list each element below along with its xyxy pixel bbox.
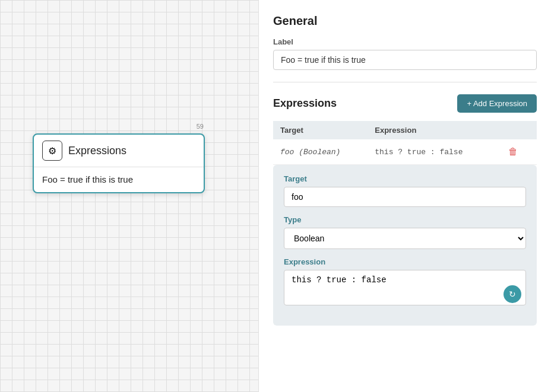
expressions-header: Expressions + Add Expression: [273, 94, 537, 113]
right-panel: General Label Expressions + Add Expressi…: [258, 0, 551, 392]
node-number: 59: [197, 123, 204, 130]
target-edit-input[interactable]: [284, 187, 526, 207]
node-icon: ⚙: [42, 141, 62, 161]
col-expression: Expression: [368, 121, 498, 139]
add-expression-button[interactable]: + Add Expression: [457, 94, 537, 113]
expression-textarea[interactable]: [284, 270, 526, 305]
expression-edit-label: Expression: [284, 257, 526, 266]
cell-delete: 🗑: [498, 139, 537, 165]
divider: [273, 82, 537, 82]
type-select[interactable]: BooleanStringNumberObject: [284, 228, 526, 249]
expressions-table: Target Expression foo (Boolean) this ? t…: [273, 121, 537, 165]
edit-form: Target Type BooleanStringNumberObject Ex…: [273, 165, 537, 326]
expression-section: Expression ↻: [284, 257, 526, 308]
type-section: Type BooleanStringNumberObject: [284, 215, 526, 249]
node-card[interactable]: 59 ⚙ Expressions Foo = true if this is t…: [33, 133, 205, 193]
node-title: Expressions: [68, 145, 126, 157]
cell-target: foo (Boolean): [273, 139, 368, 165]
cell-expression: this ? true : false: [368, 139, 498, 165]
refresh-button[interactable]: ↻: [504, 285, 521, 303]
node-header: ⚙ Expressions: [34, 135, 204, 167]
table-header: Target Expression: [273, 121, 537, 139]
label-section: Label: [273, 37, 537, 70]
canvas-panel: 59 ⚙ Expressions Foo = true if this is t…: [0, 0, 258, 392]
node-body: Foo = true if this is true: [34, 167, 204, 192]
table-body: foo (Boolean) this ? true : false 🗑: [273, 139, 537, 165]
gear-icon: ⚙: [48, 145, 56, 157]
col-target: Target: [273, 121, 368, 139]
col-actions: [498, 121, 537, 139]
label-field-label: Label: [273, 37, 537, 46]
target-edit-label: Target: [284, 174, 526, 183]
table-row[interactable]: foo (Boolean) this ? true : false 🗑: [273, 139, 537, 165]
type-edit-label: Type: [284, 215, 526, 224]
node-label-text: Foo = true if this is true: [42, 174, 133, 184]
delete-button[interactable]: 🗑: [505, 145, 521, 158]
expressions-section-title: Expressions: [273, 97, 337, 110]
expression-textarea-wrapper: ↻: [284, 270, 526, 308]
general-section-title: General: [273, 14, 537, 28]
label-input[interactable]: [273, 50, 537, 70]
target-section: Target: [284, 174, 526, 207]
